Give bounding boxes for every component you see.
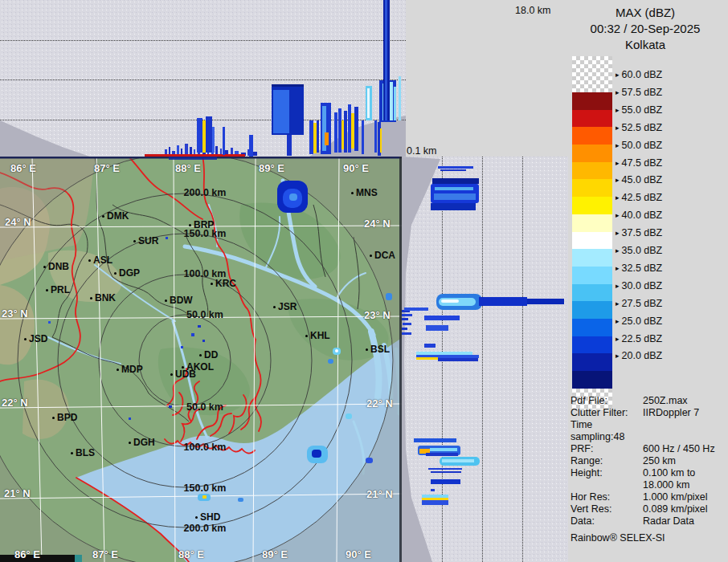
legend-color-band (572, 92, 612, 110)
legend-color-band (572, 145, 612, 162)
legend-color-band (572, 127, 612, 145)
info-label: Clutter Filter: (571, 407, 643, 419)
dbz-tick-label: 55.0 dBZ (616, 104, 662, 116)
info-value: Radar Data (643, 515, 728, 527)
height-gridline (0, 120, 406, 120)
legend-color-band (572, 197, 612, 214)
info-label: Vert Res: (571, 503, 643, 515)
legend-color-band (572, 110, 612, 128)
info-value (643, 419, 728, 443)
dbz-tick-label: 32.5 dBZ (616, 263, 662, 274)
product-datetime: 00:32 / 20-Sep-2025 (562, 21, 728, 37)
info-value: 600 Hz / 450 Hz (643, 443, 728, 455)
info-value: 0.089 km/pixel (643, 503, 728, 515)
info-row: Range:250 km (571, 455, 728, 467)
product-info-rows: Pdf File:250Z.maxClutter Filter:IIRDoppl… (571, 395, 728, 527)
legend-color-band (572, 162, 612, 180)
top-panel-height-label: 18.0 km (515, 5, 550, 16)
info-value: 250 km (643, 455, 728, 467)
info-row: Pdf File:250Z.max (571, 395, 728, 407)
product-info-panel: Pdf File:250Z.maxClutter Filter:IIRDoppl… (571, 395, 728, 544)
info-row: Time sampling:48 (571, 419, 728, 443)
info-row: PRF:600 Hz / 450 Hz (571, 443, 728, 455)
legend-color-band (572, 336, 612, 354)
dbz-tick-label: 57.5 dBZ (616, 87, 662, 98)
info-value: 0.100 km to (643, 467, 728, 479)
station-name: Kolkata (562, 37, 728, 53)
dbz-tick-label: 50.0 dBZ (616, 140, 662, 151)
legend-color-bands (572, 92, 612, 389)
info-label: PRF: (571, 443, 643, 455)
info-label: Pdf File: (571, 395, 643, 407)
dbz-tick-label: 42.5 dBZ (616, 192, 662, 203)
info-row: Data:Radar Data (571, 515, 728, 527)
info-row: Hor Res:1.000 km/pixel (571, 491, 728, 503)
dbz-color-scale (572, 56, 612, 409)
legend-color-band (572, 214, 612, 232)
legend-color-band (572, 179, 612, 197)
legend-transparent-band (572, 56, 612, 92)
legend-color-band (572, 301, 612, 319)
dbz-tick-label: 60.0 dBZ (616, 69, 662, 80)
dbz-tick-label: 25.0 dBZ (616, 316, 662, 327)
info-label: Height: (571, 467, 643, 479)
legend-color-band (572, 267, 612, 284)
product-title: MAX (dBZ) (562, 5, 728, 21)
legend-color-band (572, 232, 612, 250)
dbz-tick-label: 27.5 dBZ (616, 298, 662, 309)
right-panel-height-label: 0.1 km (407, 145, 437, 157)
info-row: 18.000 km (571, 479, 728, 491)
info-label (571, 479, 643, 491)
legend-color-band (572, 353, 612, 371)
base-map (0, 157, 402, 562)
info-row: Vert Res:0.089 km/pixel (571, 503, 728, 515)
info-label: Time sampling:48 (571, 419, 643, 443)
dbz-tick-label: 22.5 dBZ (616, 333, 662, 344)
info-label: Hor Res: (571, 491, 643, 503)
legend-color-band (572, 371, 612, 389)
legend-color-band (572, 249, 612, 267)
dbz-tick-label: 52.5 dBZ (616, 122, 662, 133)
info-label: Data: (571, 515, 643, 527)
right-cross-section-panel (402, 157, 568, 562)
product-header: MAX (dBZ) 00:32 / 20-Sep-2025 Kolkata (562, 5, 728, 53)
dbz-tick-label: 47.5 dBZ (616, 157, 662, 169)
height-gridline (442, 157, 443, 562)
info-row: Clutter Filter:IIRDoppler 7 (571, 407, 728, 419)
dbz-tick-label: 30.0 dBZ (616, 280, 662, 291)
dbz-tick-label: 35.0 dBZ (616, 245, 662, 256)
height-gridline (0, 79, 406, 80)
info-row: Height:0.100 km to (571, 467, 728, 479)
height-gridline (522, 157, 523, 562)
top-panel-terrain (0, 0, 406, 157)
info-value: IIRDoppler 7 (643, 407, 728, 419)
height-gridline (0, 40, 406, 41)
legend-color-band (572, 319, 612, 336)
info-value: 18.000 km (643, 479, 728, 491)
info-value: 250Z.max (643, 395, 728, 407)
info-label: Range: (571, 455, 643, 467)
height-gridline (482, 157, 483, 562)
map-viewport[interactable] (0, 157, 402, 562)
software-brand: Rainbow® SELEX-SI (571, 532, 728, 544)
radar-application-window: 86° E87° E88° E89° E90° E86° E87° E88° E… (0, 0, 728, 562)
dbz-tick-label: 45.0 dBZ (616, 174, 662, 185)
top-cross-section-panel (0, 0, 406, 157)
right-panel-terrain (402, 157, 568, 562)
dbz-tick-label: 20.0 dBZ (616, 350, 662, 361)
legend-color-band (572, 284, 612, 302)
dbz-tick-label: 40.0 dBZ (616, 210, 662, 221)
dbz-tick-label: 37.5 dBZ (616, 227, 662, 238)
info-value: 1.000 km/pixel (643, 491, 728, 503)
